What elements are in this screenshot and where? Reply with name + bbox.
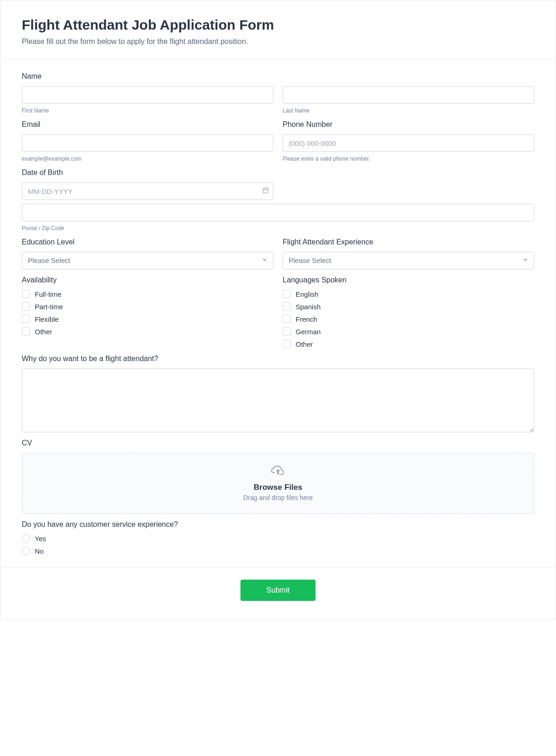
checkbox-icon[interactable] xyxy=(283,315,291,323)
first-name-sublabel: First Name xyxy=(22,107,273,114)
email-label: Email xyxy=(22,120,273,129)
languages-option[interactable]: Other xyxy=(283,340,534,348)
availability-option-label: Full-time xyxy=(35,290,62,298)
customer-service-option-label: Yes xyxy=(35,535,46,543)
checkbox-icon[interactable] xyxy=(22,327,30,336)
languages-option[interactable]: French xyxy=(283,315,534,323)
upload-browse-label: Browse Files xyxy=(32,483,524,492)
email-input[interactable] xyxy=(22,134,273,152)
languages-option-label: German xyxy=(296,328,321,336)
checkbox-icon[interactable] xyxy=(283,327,291,336)
availability-option[interactable]: Flexible xyxy=(22,315,273,323)
customer-service-option-label: No xyxy=(35,547,44,555)
form-container: Flight Attendant Job Application Form Pl… xyxy=(0,0,556,620)
availability-label: Availability xyxy=(22,276,273,284)
cv-label: CV xyxy=(22,439,534,447)
first-name-input[interactable] xyxy=(22,86,273,104)
languages-option-label: English xyxy=(296,290,318,298)
availability-option-label: Part-time xyxy=(35,303,63,311)
dob-input[interactable] xyxy=(22,182,273,200)
availability-option[interactable]: Other xyxy=(22,327,273,336)
checkbox-icon[interactable] xyxy=(22,315,30,323)
languages-option[interactable]: Spanish xyxy=(283,302,534,311)
customer-service-option[interactable]: No xyxy=(22,547,534,555)
customer-service-option[interactable]: Yes xyxy=(22,534,534,543)
radio-icon[interactable] xyxy=(22,534,30,543)
checkbox-icon[interactable] xyxy=(22,302,30,311)
upload-dragdrop-label: Drag and drop files here xyxy=(32,494,524,501)
email-sublabel: example@example.com xyxy=(22,156,273,162)
availability-option[interactable]: Full-time xyxy=(22,290,273,298)
checkbox-icon[interactable] xyxy=(283,302,291,311)
education-select[interactable]: Please Select xyxy=(22,252,273,269)
experience-label: Flight Attendant Experience xyxy=(283,238,534,246)
education-label: Education Level xyxy=(22,238,273,246)
availability-option-label: Flexible xyxy=(35,315,59,323)
cloud-upload-icon xyxy=(271,465,285,478)
languages-label: Languages Spoken xyxy=(283,276,534,284)
form-body: Name First Name Last Name Email e xyxy=(0,59,556,567)
languages-option-label: Spanish xyxy=(296,303,321,311)
postal-code-input[interactable] xyxy=(22,204,534,221)
last-name-input[interactable] xyxy=(283,86,534,104)
languages-group: English Spanish French German xyxy=(283,290,534,348)
checkbox-icon[interactable] xyxy=(283,340,291,348)
motivation-label: Why do you want to be a flight attendant… xyxy=(22,355,534,363)
phone-label: Phone Number xyxy=(283,120,534,129)
cv-upload-zone[interactable]: Browse Files Drag and drop files here xyxy=(22,453,534,514)
phone-sublabel: Please enter a valid phone number. xyxy=(283,156,534,162)
page-title: Flight Attendant Job Application Form xyxy=(22,17,534,33)
availability-option-label: Other xyxy=(35,328,52,336)
languages-option[interactable]: English xyxy=(283,290,534,298)
radio-icon[interactable] xyxy=(22,547,30,555)
languages-option[interactable]: German xyxy=(283,327,534,336)
phone-input[interactable] xyxy=(283,134,534,152)
motivation-textarea[interactable] xyxy=(22,369,534,432)
languages-option-label: French xyxy=(296,315,317,323)
customer-service-group: Yes No xyxy=(22,534,534,555)
last-name-sublabel: Last Name xyxy=(283,107,534,114)
customer-service-label: Do you have any customer service experie… xyxy=(22,520,534,529)
form-header: Flight Attendant Job Application Form Pl… xyxy=(0,0,556,59)
name-label: Name xyxy=(22,72,534,81)
checkbox-icon[interactable] xyxy=(22,290,30,298)
page-subtitle: Please fill out the form below to apply … xyxy=(22,37,534,46)
availability-option[interactable]: Part-time xyxy=(22,302,273,311)
languages-option-label: Other xyxy=(296,340,313,348)
form-footer: Submit xyxy=(0,567,556,619)
experience-select[interactable]: Please Select xyxy=(283,252,534,269)
dob-label: Date of Birth xyxy=(22,169,273,177)
postal-sublabel: Postal / Zip Code xyxy=(22,225,534,231)
submit-button[interactable]: Submit xyxy=(240,580,316,601)
checkbox-icon[interactable] xyxy=(283,290,291,298)
availability-group: Full-time Part-time Flexible Other xyxy=(22,290,273,336)
